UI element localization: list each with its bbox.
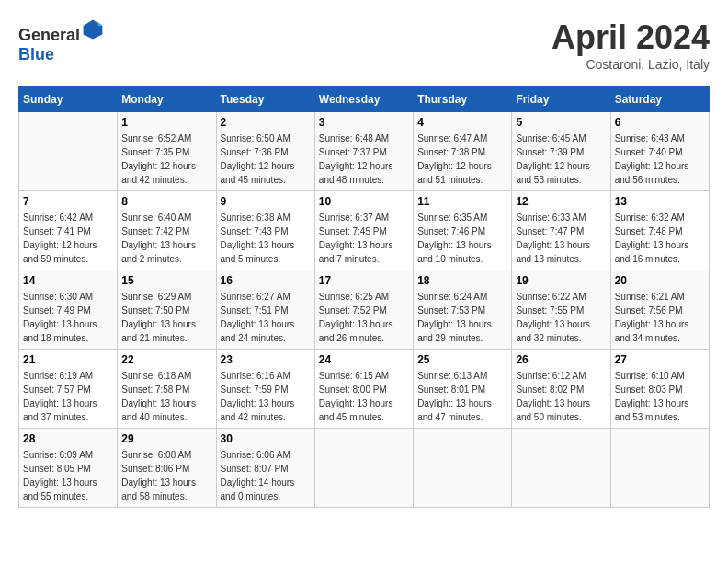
day-number: 16: [221, 274, 311, 287]
day-cell: [414, 429, 512, 508]
day-number: 29: [121, 432, 211, 445]
day-cell: 1Sunrise: 6:52 AM Sunset: 7:35 PM Daylig…: [118, 112, 216, 191]
day-number: 18: [417, 274, 507, 287]
day-info: Sunrise: 6:38 AM Sunset: 7:43 PM Dayligh…: [221, 211, 311, 266]
day-info: Sunrise: 6:50 AM Sunset: 7:36 PM Dayligh…: [221, 132, 311, 187]
day-cell: [19, 112, 118, 191]
day-info: Sunrise: 6:19 AM Sunset: 7:57 PM Dayligh…: [23, 369, 113, 424]
day-number: 28: [23, 432, 113, 445]
day-number: 26: [516, 353, 606, 366]
day-cell: 12Sunrise: 6:33 AM Sunset: 7:47 PM Dayli…: [512, 191, 610, 270]
day-info: Sunrise: 6:25 AM Sunset: 7:52 PM Dayligh…: [319, 290, 409, 345]
day-number: 15: [121, 274, 211, 287]
column-header-friday: Friday: [512, 87, 610, 112]
week-row-1: 1Sunrise: 6:52 AM Sunset: 7:35 PM Daylig…: [19, 112, 710, 191]
day-cell: 7Sunrise: 6:42 AM Sunset: 7:41 PM Daylig…: [19, 191, 118, 270]
logo-general: General: [18, 26, 80, 44]
day-number: 4: [417, 116, 507, 129]
day-info: Sunrise: 6:24 AM Sunset: 7:53 PM Dayligh…: [417, 290, 507, 345]
day-cell: 3Sunrise: 6:48 AM Sunset: 7:37 PM Daylig…: [314, 112, 413, 191]
day-info: Sunrise: 6:37 AM Sunset: 7:45 PM Dayligh…: [319, 211, 409, 266]
logo: General Blue: [18, 18, 104, 64]
day-cell: 27Sunrise: 6:10 AM Sunset: 8:03 PM Dayli…: [610, 350, 709, 429]
day-info: Sunrise: 6:30 AM Sunset: 7:49 PM Dayligh…: [23, 290, 113, 345]
column-header-tuesday: Tuesday: [216, 87, 314, 112]
column-header-monday: Monday: [118, 87, 216, 112]
column-header-sunday: Sunday: [19, 87, 118, 112]
day-cell: 17Sunrise: 6:25 AM Sunset: 7:52 PM Dayli…: [314, 270, 413, 350]
day-info: Sunrise: 6:45 AM Sunset: 7:39 PM Dayligh…: [516, 132, 606, 187]
page-header: General Blue April 2024 Costaroni, Lazio…: [18, 18, 710, 72]
month-title: April 2024: [552, 18, 710, 57]
day-info: Sunrise: 6:52 AM Sunset: 7:35 PM Dayligh…: [121, 132, 211, 187]
day-number: 2: [221, 116, 311, 129]
day-cell: [512, 429, 610, 508]
day-number: 24: [319, 353, 409, 366]
logo-text: General Blue: [18, 18, 104, 64]
day-cell: 29Sunrise: 6:08 AM Sunset: 8:06 PM Dayli…: [118, 429, 216, 508]
day-cell: 6Sunrise: 6:43 AM Sunset: 7:40 PM Daylig…: [610, 112, 709, 191]
header-row: SundayMondayTuesdayWednesdayThursdayFrid…: [19, 87, 710, 112]
day-number: 30: [221, 432, 311, 445]
day-number: 20: [615, 274, 705, 287]
day-number: 5: [516, 116, 606, 129]
svg-marker-1: [98, 22, 103, 26]
logo-icon: [82, 18, 104, 40]
day-cell: 8Sunrise: 6:40 AM Sunset: 7:42 PM Daylig…: [118, 191, 216, 270]
day-number: 22: [121, 353, 211, 366]
day-cell: 15Sunrise: 6:29 AM Sunset: 7:50 PM Dayli…: [118, 270, 216, 350]
day-number: 25: [417, 353, 507, 366]
day-info: Sunrise: 6:33 AM Sunset: 7:47 PM Dayligh…: [516, 211, 606, 266]
day-number: 27: [615, 353, 705, 366]
day-info: Sunrise: 6:32 AM Sunset: 7:48 PM Dayligh…: [615, 211, 705, 266]
day-cell: 18Sunrise: 6:24 AM Sunset: 7:53 PM Dayli…: [414, 270, 512, 350]
day-number: 9: [221, 195, 311, 208]
day-info: Sunrise: 6:16 AM Sunset: 7:59 PM Dayligh…: [221, 369, 311, 424]
day-cell: 9Sunrise: 6:38 AM Sunset: 7:43 PM Daylig…: [216, 191, 314, 270]
day-info: Sunrise: 6:27 AM Sunset: 7:51 PM Dayligh…: [221, 290, 311, 345]
column-header-thursday: Thursday: [414, 87, 512, 112]
day-cell: 28Sunrise: 6:09 AM Sunset: 8:05 PM Dayli…: [19, 429, 118, 508]
day-cell: 24Sunrise: 6:15 AM Sunset: 8:00 PM Dayli…: [314, 350, 413, 429]
day-number: 17: [319, 274, 409, 287]
day-info: Sunrise: 6:43 AM Sunset: 7:40 PM Dayligh…: [615, 132, 705, 187]
week-row-5: 28Sunrise: 6:09 AM Sunset: 8:05 PM Dayli…: [19, 429, 710, 508]
day-cell: 2Sunrise: 6:50 AM Sunset: 7:36 PM Daylig…: [216, 112, 314, 191]
day-cell: [610, 429, 709, 508]
day-cell: 5Sunrise: 6:45 AM Sunset: 7:39 PM Daylig…: [512, 112, 610, 191]
location: Costaroni, Lazio, Italy: [552, 57, 710, 72]
day-info: Sunrise: 6:13 AM Sunset: 8:01 PM Dayligh…: [417, 369, 507, 424]
column-header-saturday: Saturday: [610, 87, 709, 112]
day-info: Sunrise: 6:29 AM Sunset: 7:50 PM Dayligh…: [121, 290, 211, 345]
day-cell: 16Sunrise: 6:27 AM Sunset: 7:51 PM Dayli…: [216, 270, 314, 350]
day-info: Sunrise: 6:35 AM Sunset: 7:46 PM Dayligh…: [417, 211, 507, 266]
day-cell: 19Sunrise: 6:22 AM Sunset: 7:55 PM Dayli…: [512, 270, 610, 350]
day-cell: 26Sunrise: 6:12 AM Sunset: 8:02 PM Dayli…: [512, 350, 610, 429]
day-number: 7: [23, 195, 113, 208]
day-cell: [314, 429, 413, 508]
day-cell: 23Sunrise: 6:16 AM Sunset: 7:59 PM Dayli…: [216, 350, 314, 429]
day-cell: 22Sunrise: 6:18 AM Sunset: 7:58 PM Dayli…: [118, 350, 216, 429]
day-number: 23: [221, 353, 311, 366]
svg-marker-0: [84, 20, 103, 40]
week-row-4: 21Sunrise: 6:19 AM Sunset: 7:57 PM Dayli…: [19, 350, 710, 429]
day-number: 13: [615, 195, 705, 208]
day-info: Sunrise: 6:06 AM Sunset: 8:07 PM Dayligh…: [221, 448, 311, 503]
day-number: 3: [319, 116, 409, 129]
day-info: Sunrise: 6:12 AM Sunset: 8:02 PM Dayligh…: [516, 369, 606, 424]
title-area: April 2024 Costaroni, Lazio, Italy: [552, 18, 710, 72]
day-cell: 25Sunrise: 6:13 AM Sunset: 8:01 PM Dayli…: [414, 350, 512, 429]
week-row-3: 14Sunrise: 6:30 AM Sunset: 7:49 PM Dayli…: [19, 270, 710, 350]
day-cell: 13Sunrise: 6:32 AM Sunset: 7:48 PM Dayli…: [610, 191, 709, 270]
day-cell: 30Sunrise: 6:06 AM Sunset: 8:07 PM Dayli…: [216, 429, 314, 508]
day-info: Sunrise: 6:48 AM Sunset: 7:37 PM Dayligh…: [319, 132, 409, 187]
day-cell: 11Sunrise: 6:35 AM Sunset: 7:46 PM Dayli…: [414, 191, 512, 270]
day-number: 12: [516, 195, 606, 208]
day-number: 6: [615, 116, 705, 129]
day-info: Sunrise: 6:42 AM Sunset: 7:41 PM Dayligh…: [23, 211, 113, 266]
day-info: Sunrise: 6:40 AM Sunset: 7:42 PM Dayligh…: [121, 211, 211, 266]
day-info: Sunrise: 6:18 AM Sunset: 7:58 PM Dayligh…: [121, 369, 211, 424]
day-number: 21: [23, 353, 113, 366]
day-info: Sunrise: 6:08 AM Sunset: 8:06 PM Dayligh…: [121, 448, 211, 503]
day-number: 10: [319, 195, 409, 208]
